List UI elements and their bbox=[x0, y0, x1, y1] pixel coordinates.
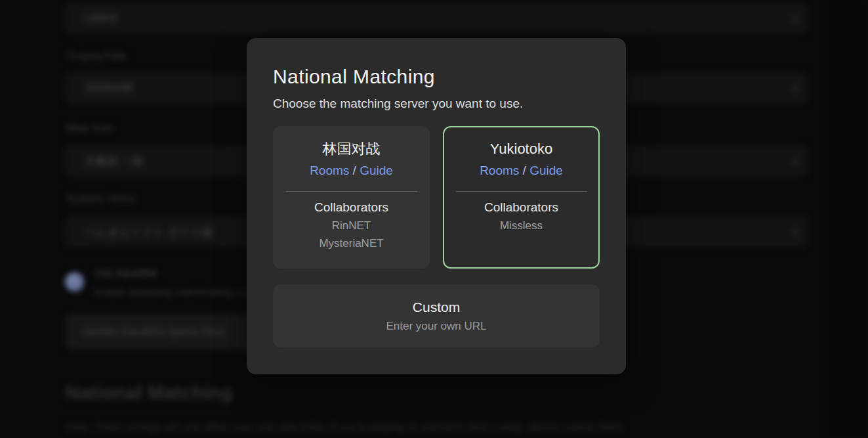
collaborator-name: MysteriaNET bbox=[319, 236, 383, 251]
server-card-yukiotoko[interactable]: Yukiotoko Rooms / Guide Collaborators Mi… bbox=[443, 126, 600, 269]
server-name: Yukiotoko bbox=[490, 141, 552, 158]
collaborators-heading: Collaborators bbox=[314, 200, 388, 215]
guide-link[interactable]: Guide bbox=[360, 164, 393, 177]
collaborators-heading: Collaborators bbox=[484, 200, 558, 215]
server-links: Rooms / Guide bbox=[480, 163, 563, 179]
card-divider bbox=[456, 191, 587, 192]
custom-card-subtitle: Enter your own URL bbox=[386, 320, 486, 333]
server-cards-row: 林国对战 Rooms / Guide Collaborators RinNET … bbox=[273, 126, 600, 269]
rooms-link[interactable]: Rooms bbox=[310, 164, 349, 177]
custom-card-title: Custom bbox=[413, 299, 460, 315]
collaborator-name: RinNET bbox=[332, 219, 371, 233]
link-separator: / bbox=[349, 164, 360, 177]
server-name: 林国对战 bbox=[323, 141, 381, 158]
server-card-linguo[interactable]: 林国对战 Rooms / Guide Collaborators RinNET … bbox=[273, 126, 430, 269]
guide-link[interactable]: Guide bbox=[529, 164, 563, 177]
custom-server-card[interactable]: Custom Enter your own URL bbox=[273, 284, 600, 347]
collaborator-name: Missless bbox=[500, 219, 543, 233]
national-matching-dialog: National Matching Choose the matching se… bbox=[247, 38, 626, 374]
dialog-subtitle: Choose the matching server you want to u… bbox=[273, 96, 600, 112]
dialog-title: National Matching bbox=[273, 66, 600, 88]
server-links: Rooms / Guide bbox=[310, 163, 393, 179]
link-separator: / bbox=[519, 164, 529, 177]
card-divider bbox=[286, 191, 417, 192]
rooms-link[interactable]: Rooms bbox=[480, 164, 519, 177]
